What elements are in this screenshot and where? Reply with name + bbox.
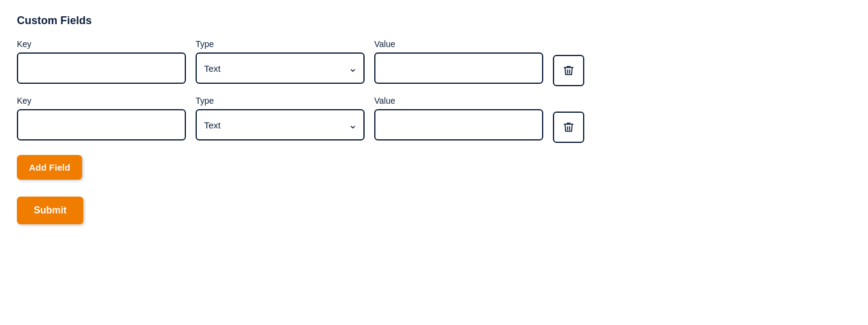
field-row-1: Key Type Text Number Boolean Date ⌄ Valu… (17, 39, 851, 86)
key-group-1: Key (17, 39, 186, 84)
type-label-1: Type (196, 39, 365, 49)
value-group-1: Value (374, 39, 543, 84)
value-label-2: Value (374, 96, 543, 106)
type-select-wrapper-2: Text Number Boolean Date ⌄ (196, 109, 365, 140)
value-input-2[interactable] (374, 109, 543, 140)
key-input-2[interactable] (17, 109, 186, 140)
add-field-button[interactable]: Add Field (17, 155, 82, 180)
value-group-2: Value (374, 96, 543, 140)
key-label-2: Key (17, 96, 186, 106)
submit-button[interactable]: Submit (17, 197, 83, 224)
value-input-1[interactable] (374, 52, 543, 84)
delete-button-2[interactable] (553, 112, 584, 143)
page-title: Custom Fields (17, 14, 851, 27)
value-label-1: Value (374, 39, 543, 49)
trash-icon-2 (563, 121, 575, 133)
key-group-2: Key (17, 96, 186, 140)
type-select-2[interactable]: Text Number Boolean Date (196, 109, 365, 140)
key-input-1[interactable] (17, 52, 186, 84)
type-select-wrapper-1: Text Number Boolean Date ⌄ (196, 52, 365, 84)
delete-button-1[interactable] (553, 55, 584, 86)
type-group-2: Type Text Number Boolean Date ⌄ (196, 96, 365, 140)
key-label-1: Key (17, 39, 186, 49)
trash-icon-1 (563, 65, 575, 77)
type-label-2: Type (196, 96, 365, 106)
type-group-1: Type Text Number Boolean Date ⌄ (196, 39, 365, 84)
type-select-1[interactable]: Text Number Boolean Date (196, 52, 365, 84)
field-row-2: Key Type Text Number Boolean Date ⌄ Valu… (17, 96, 851, 143)
